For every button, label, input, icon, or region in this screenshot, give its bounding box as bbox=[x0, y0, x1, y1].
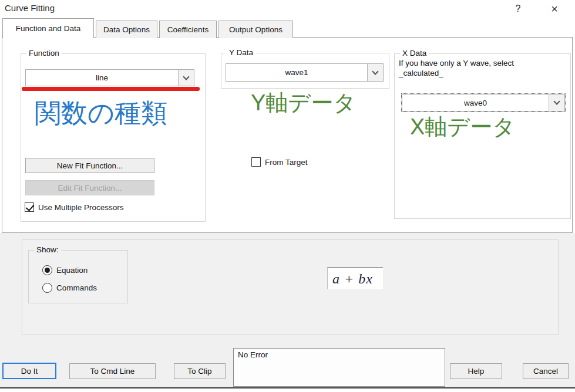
radio-unselected-icon[interactable] bbox=[42, 283, 52, 293]
commands-radio[interactable]: Commands bbox=[42, 283, 97, 293]
function-dropdown-value: line bbox=[26, 70, 178, 86]
show-group-label: Show: bbox=[34, 245, 61, 254]
x-data-dropdown[interactable]: wave0 bbox=[402, 94, 565, 111]
function-annotation: 関数の種類 bbox=[35, 100, 167, 126]
help-icon[interactable]: ? bbox=[509, 0, 527, 18]
commands-radio-label: Commands bbox=[56, 283, 97, 292]
to-clip-button[interactable]: To Clip bbox=[174, 363, 226, 379]
tab-output-options[interactable]: Output Options bbox=[218, 21, 293, 38]
window-bottom-edge bbox=[0, 387, 575, 388]
from-target-label: From Target bbox=[265, 158, 308, 167]
x-data-group-label: X Data bbox=[400, 49, 429, 58]
curve-fitting-dialog: Curve Fitting ? × Function and Data Data… bbox=[0, 0, 575, 392]
tab-data-options[interactable]: Data Options bbox=[96, 21, 157, 38]
cancel-button[interactable]: Cancel bbox=[523, 363, 569, 379]
use-multiple-processors-checkbox[interactable]: Use Multiple Processors bbox=[25, 202, 124, 212]
radio-selected-icon[interactable] bbox=[42, 265, 52, 275]
x-data-hint-line2: _calculated_ bbox=[399, 68, 443, 78]
tab-function-and-data[interactable]: Function and Data bbox=[2, 18, 94, 38]
function-group-label: Function bbox=[26, 49, 62, 58]
new-fit-function-button[interactable]: New Fit Function... bbox=[25, 158, 154, 173]
checkbox-checked-icon[interactable] bbox=[25, 202, 34, 212]
edit-fit-function-button[interactable]: Edit Fit Function... bbox=[25, 180, 154, 195]
chevron-down-icon[interactable] bbox=[178, 70, 194, 86]
x-data-hint-line1: If you have only a Y wave, select bbox=[399, 58, 514, 68]
chevron-down-icon[interactable] bbox=[367, 64, 383, 81]
window-title: Curve Fitting bbox=[5, 3, 55, 13]
equation-radio[interactable]: Equation bbox=[42, 265, 88, 275]
y-data-dropdown-value: wave1 bbox=[226, 64, 367, 81]
y-data-annotation: Y軸データ bbox=[251, 92, 356, 114]
do-it-button[interactable]: Do It bbox=[2, 363, 56, 379]
show-group: Show: bbox=[28, 250, 128, 303]
to-cmd-line-button[interactable]: To Cmd Line bbox=[69, 363, 156, 379]
y-data-group-label: Y Data bbox=[227, 48, 255, 57]
y-data-dropdown[interactable]: wave1 bbox=[226, 63, 384, 82]
help-button[interactable]: Help bbox=[450, 363, 502, 379]
from-target-checkbox[interactable]: From Target bbox=[251, 157, 308, 167]
use-multiple-processors-label: Use Multiple Processors bbox=[38, 203, 124, 212]
checkbox-unchecked-icon[interactable] bbox=[251, 157, 261, 167]
function-dropdown[interactable]: line bbox=[25, 69, 194, 86]
red-underline-annotation bbox=[22, 87, 200, 91]
x-data-dropdown-value: wave0 bbox=[402, 94, 549, 111]
tab-coefficients[interactable]: Coefficients bbox=[159, 21, 217, 38]
x-data-annotation: X軸データ bbox=[410, 116, 515, 138]
equation-display: a + bx bbox=[327, 267, 383, 289]
close-icon[interactable]: × bbox=[542, 0, 567, 18]
equation-radio-label: Equation bbox=[56, 266, 88, 275]
chevron-down-icon[interactable] bbox=[549, 94, 564, 111]
status-box: No Error bbox=[233, 348, 445, 387]
